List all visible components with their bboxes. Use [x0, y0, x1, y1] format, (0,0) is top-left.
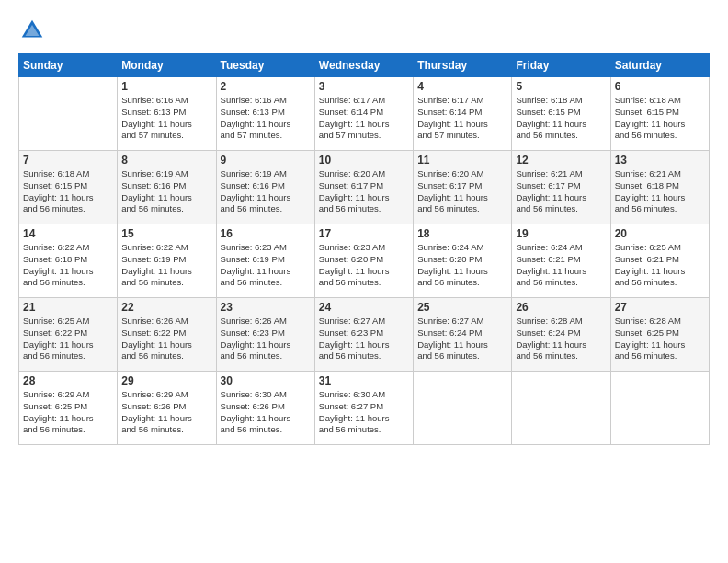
- day-number: 14: [23, 227, 113, 240]
- day-number: 20: [615, 227, 705, 240]
- calendar-week-row: 28Sunrise: 6:29 AM Sunset: 6:25 PM Dayli…: [19, 372, 710, 445]
- day-number: 30: [221, 374, 311, 387]
- day-number: 31: [319, 374, 409, 387]
- weekday-header: Tuesday: [216, 54, 314, 77]
- weekday-header: Friday: [512, 54, 610, 77]
- day-number: 28: [23, 374, 113, 387]
- calendar-week-row: 14Sunrise: 6:22 AM Sunset: 6:18 PM Dayli…: [19, 224, 710, 298]
- calendar-cell: 19Sunrise: 6:24 AM Sunset: 6:21 PM Dayli…: [512, 224, 610, 298]
- day-info: Sunrise: 6:23 AM Sunset: 6:20 PM Dayligh…: [319, 242, 409, 289]
- day-info: Sunrise: 6:19 AM Sunset: 6:16 PM Dayligh…: [221, 168, 311, 215]
- calendar-cell: [610, 372, 709, 445]
- day-number: 29: [121, 374, 211, 387]
- calendar-cell: 4Sunrise: 6:17 AM Sunset: 6:14 PM Daylig…: [414, 77, 512, 151]
- calendar-week-row: 1Sunrise: 6:16 AM Sunset: 6:13 PM Daylig…: [19, 77, 710, 151]
- day-number: 4: [417, 80, 507, 93]
- day-info: Sunrise: 6:27 AM Sunset: 6:24 PM Dayligh…: [417, 316, 507, 362]
- day-info: Sunrise: 6:21 AM Sunset: 6:18 PM Dayligh…: [615, 168, 705, 215]
- day-number: 6: [615, 80, 705, 93]
- calendar-cell: 14Sunrise: 6:22 AM Sunset: 6:18 PM Dayli…: [19, 224, 118, 298]
- calendar-cell: 9Sunrise: 6:19 AM Sunset: 6:16 PM Daylig…: [216, 151, 314, 224]
- calendar-cell: 15Sunrise: 6:22 AM Sunset: 6:19 PM Dayli…: [118, 224, 216, 298]
- day-info: Sunrise: 6:17 AM Sunset: 6:14 PM Dayligh…: [417, 95, 507, 142]
- day-info: Sunrise: 6:18 AM Sunset: 6:15 PM Dayligh…: [615, 95, 705, 142]
- day-number: 25: [417, 301, 507, 314]
- day-number: 1: [121, 80, 211, 93]
- calendar-cell: 21Sunrise: 6:25 AM Sunset: 6:22 PM Dayli…: [19, 298, 118, 372]
- day-number: 15: [121, 227, 211, 240]
- calendar-cell: 3Sunrise: 6:17 AM Sunset: 6:14 PM Daylig…: [314, 77, 413, 151]
- calendar-cell: 18Sunrise: 6:24 AM Sunset: 6:20 PM Dayli…: [414, 224, 512, 298]
- calendar-week-row: 7Sunrise: 6:18 AM Sunset: 6:15 PM Daylig…: [19, 151, 710, 224]
- header: [18, 17, 710, 44]
- calendar-cell: 25Sunrise: 6:27 AM Sunset: 6:24 PM Dayli…: [414, 298, 512, 372]
- day-info: Sunrise: 6:26 AM Sunset: 6:22 PM Dayligh…: [121, 316, 211, 362]
- calendar-cell: 6Sunrise: 6:18 AM Sunset: 6:15 PM Daylig…: [610, 77, 709, 151]
- day-number: 23: [221, 301, 311, 314]
- day-number: 27: [615, 301, 705, 314]
- day-number: 13: [615, 154, 705, 167]
- calendar-cell: 24Sunrise: 6:27 AM Sunset: 6:23 PM Dayli…: [314, 298, 413, 372]
- calendar-cell: 2Sunrise: 6:16 AM Sunset: 6:13 PM Daylig…: [216, 77, 314, 151]
- calendar-cell: 26Sunrise: 6:28 AM Sunset: 6:24 PM Dayli…: [512, 298, 610, 372]
- weekday-header: Monday: [118, 54, 216, 77]
- day-number: 8: [121, 154, 211, 167]
- day-info: Sunrise: 6:20 AM Sunset: 6:17 PM Dayligh…: [319, 168, 409, 215]
- day-number: 18: [417, 227, 507, 240]
- logo: [18, 17, 50, 44]
- day-info: Sunrise: 6:18 AM Sunset: 6:15 PM Dayligh…: [23, 168, 113, 215]
- calendar-cell: 22Sunrise: 6:26 AM Sunset: 6:22 PM Dayli…: [118, 298, 216, 372]
- weekday-header: Saturday: [610, 54, 709, 77]
- calendar-cell: 7Sunrise: 6:18 AM Sunset: 6:15 PM Daylig…: [19, 151, 118, 224]
- day-number: 9: [221, 154, 311, 167]
- day-number: 10: [319, 154, 409, 167]
- calendar-header-row: SundayMondayTuesdayWednesdayThursdayFrid…: [19, 54, 710, 77]
- weekday-header: Sunday: [19, 54, 118, 77]
- day-info: Sunrise: 6:16 AM Sunset: 6:13 PM Dayligh…: [121, 95, 211, 142]
- calendar-cell: 5Sunrise: 6:18 AM Sunset: 6:15 PM Daylig…: [512, 77, 610, 151]
- day-info: Sunrise: 6:24 AM Sunset: 6:21 PM Dayligh…: [516, 242, 606, 289]
- calendar-cell: 12Sunrise: 6:21 AM Sunset: 6:17 PM Dayli…: [512, 151, 610, 224]
- day-number: 3: [319, 80, 409, 93]
- calendar-cell: 11Sunrise: 6:20 AM Sunset: 6:17 PM Dayli…: [414, 151, 512, 224]
- day-number: 19: [516, 227, 606, 240]
- calendar-cell: [512, 372, 610, 445]
- calendar-week-row: 21Sunrise: 6:25 AM Sunset: 6:22 PM Dayli…: [19, 298, 710, 372]
- calendar-cell: 28Sunrise: 6:29 AM Sunset: 6:25 PM Dayli…: [19, 372, 118, 445]
- day-info: Sunrise: 6:28 AM Sunset: 6:25 PM Dayligh…: [615, 316, 705, 362]
- calendar-cell: 20Sunrise: 6:25 AM Sunset: 6:21 PM Dayli…: [610, 224, 709, 298]
- calendar: SundayMondayTuesdayWednesdayThursdayFrid…: [18, 53, 710, 445]
- page: SundayMondayTuesdayWednesdayThursdayFrid…: [0, 0, 728, 563]
- day-number: 7: [23, 154, 113, 167]
- calendar-cell: 29Sunrise: 6:29 AM Sunset: 6:26 PM Dayli…: [118, 372, 216, 445]
- day-number: 26: [516, 301, 606, 314]
- calendar-cell: 8Sunrise: 6:19 AM Sunset: 6:16 PM Daylig…: [118, 151, 216, 224]
- calendar-cell: 31Sunrise: 6:30 AM Sunset: 6:27 PM Dayli…: [314, 372, 413, 445]
- day-info: Sunrise: 6:29 AM Sunset: 6:26 PM Dayligh…: [121, 389, 211, 436]
- day-number: 2: [221, 80, 311, 93]
- calendar-cell: 13Sunrise: 6:21 AM Sunset: 6:18 PM Dayli…: [610, 151, 709, 224]
- day-info: Sunrise: 6:17 AM Sunset: 6:14 PM Dayligh…: [319, 95, 409, 142]
- day-number: 21: [23, 301, 113, 314]
- day-number: 22: [121, 301, 211, 314]
- calendar-cell: 23Sunrise: 6:26 AM Sunset: 6:23 PM Dayli…: [216, 298, 314, 372]
- day-info: Sunrise: 6:25 AM Sunset: 6:22 PM Dayligh…: [23, 316, 113, 362]
- weekday-header: Thursday: [414, 54, 512, 77]
- day-info: Sunrise: 6:30 AM Sunset: 6:26 PM Dayligh…: [221, 389, 311, 436]
- calendar-cell: 16Sunrise: 6:23 AM Sunset: 6:19 PM Dayli…: [216, 224, 314, 298]
- day-info: Sunrise: 6:18 AM Sunset: 6:15 PM Dayligh…: [516, 95, 606, 142]
- logo-icon: [18, 17, 46, 44]
- day-number: 11: [417, 154, 507, 167]
- day-info: Sunrise: 6:29 AM Sunset: 6:25 PM Dayligh…: [23, 389, 113, 436]
- day-number: 16: [221, 227, 311, 240]
- calendar-cell: 27Sunrise: 6:28 AM Sunset: 6:25 PM Dayli…: [610, 298, 709, 372]
- day-info: Sunrise: 6:22 AM Sunset: 6:19 PM Dayligh…: [121, 242, 211, 289]
- day-number: 5: [516, 80, 606, 93]
- day-info: Sunrise: 6:19 AM Sunset: 6:16 PM Dayligh…: [121, 168, 211, 215]
- day-number: 12: [516, 154, 606, 167]
- day-info: Sunrise: 6:21 AM Sunset: 6:17 PM Dayligh…: [516, 168, 606, 215]
- day-info: Sunrise: 6:30 AM Sunset: 6:27 PM Dayligh…: [319, 389, 409, 436]
- calendar-cell: 17Sunrise: 6:23 AM Sunset: 6:20 PM Dayli…: [314, 224, 413, 298]
- day-info: Sunrise: 6:25 AM Sunset: 6:21 PM Dayligh…: [615, 242, 705, 289]
- day-info: Sunrise: 6:26 AM Sunset: 6:23 PM Dayligh…: [221, 316, 311, 362]
